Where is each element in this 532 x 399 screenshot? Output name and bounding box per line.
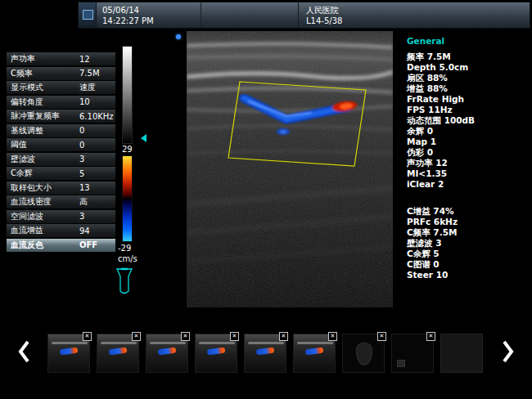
preset-title: General bbox=[407, 36, 513, 47]
datetime-cell: 05/06/14 14:22:27 PM bbox=[97, 2, 201, 28]
close-icon[interactable]: ✕ bbox=[230, 332, 239, 341]
param-row-acoustic-power[interactable]: 声功率12 bbox=[7, 52, 115, 65]
param-value: 高 bbox=[79, 196, 115, 208]
thumbnail-2[interactable]: ✕ bbox=[97, 334, 139, 373]
param-value: 3 bbox=[79, 155, 115, 164]
info-line: FPS 11Hz bbox=[407, 105, 513, 115]
param-row-color-invert[interactable]: 血流反色OFF bbox=[7, 239, 115, 252]
param-row-c-persistence[interactable]: C余辉5 bbox=[7, 167, 115, 180]
close-icon[interactable]: ✕ bbox=[377, 332, 386, 341]
thumbnail-image bbox=[199, 342, 235, 344]
param-label: 血流线密度 bbox=[7, 196, 79, 208]
velocity-min-label: -29 bbox=[118, 244, 131, 253]
param-value: OFF bbox=[79, 240, 115, 249]
info-line: C增益 74% bbox=[407, 206, 513, 217]
param-label: C余辉 bbox=[7, 168, 79, 179]
param-label: 阈值 bbox=[7, 139, 79, 150]
close-icon[interactable]: ✕ bbox=[83, 332, 92, 341]
thumbnail-8[interactable]: ✕ bbox=[391, 334, 434, 373]
close-icon[interactable]: ✕ bbox=[279, 332, 288, 341]
info-line: 伪彩 0 bbox=[407, 147, 513, 158]
param-row-packet-size[interactable]: 取样包大小13 bbox=[7, 182, 115, 195]
param-value: 速度 bbox=[79, 82, 115, 93]
focus-marker-icon bbox=[176, 34, 181, 39]
param-label: 声功率 bbox=[7, 53, 79, 65]
ultrasound-image[interactable] bbox=[187, 31, 393, 307]
info-line: Depth 5.0cm bbox=[407, 62, 513, 73]
velocity-unit-label: cm/s bbox=[118, 254, 138, 263]
param-value: 0 bbox=[79, 141, 115, 150]
param-row-prf[interactable]: 脉冲重复频率6.10KHz bbox=[7, 110, 115, 123]
prev-arrow-icon[interactable] bbox=[18, 340, 29, 366]
param-label: 血流增益 bbox=[7, 225, 79, 236]
topbar-spacer bbox=[201, 2, 298, 28]
param-row-color-gain[interactable]: 血流增益94 bbox=[7, 224, 115, 237]
close-icon[interactable]: ✕ bbox=[426, 332, 435, 341]
thumbnail-image bbox=[52, 342, 88, 344]
body-marker-icon bbox=[113, 267, 136, 298]
info-line: C频率 7.5M bbox=[407, 227, 513, 238]
param-row-baseline[interactable]: 基线调整0 bbox=[7, 124, 115, 137]
param-row-threshold[interactable]: 阈值0 bbox=[7, 138, 115, 151]
param-row-wall-filter[interactable]: 壁滤波3 bbox=[7, 153, 115, 166]
param-row-steer-angle[interactable]: 偏转角度10 bbox=[7, 96, 115, 109]
system-icon bbox=[79, 2, 97, 28]
ultrasound-render bbox=[187, 31, 393, 307]
thumbnail-1[interactable]: ✕ bbox=[47, 334, 90, 373]
thumbnail-6[interactable]: ✕ bbox=[293, 334, 336, 373]
thumbnail-4[interactable]: ✕ bbox=[195, 334, 237, 373]
param-value: 10 bbox=[79, 97, 115, 106]
thumbnail-flow bbox=[305, 347, 324, 356]
info-line: 增益 88% bbox=[407, 83, 513, 94]
info-line: C图谱 0 bbox=[407, 259, 513, 270]
probe-silhouette-icon bbox=[356, 343, 372, 365]
thumbnail-strip: ✕ ✕ ✕ ✕ ✕ ✕ ✕ bbox=[0, 327, 532, 379]
param-label: 壁滤波 bbox=[7, 154, 79, 165]
thumbnail-9[interactable] bbox=[440, 334, 483, 373]
thumbnail-image bbox=[150, 342, 186, 344]
next-arrow-icon[interactable] bbox=[503, 340, 514, 366]
info-line: PRFc 6kHz bbox=[407, 217, 513, 227]
info-line: 壁滤波 3 bbox=[407, 238, 513, 249]
param-label: 空间滤波 bbox=[7, 211, 79, 222]
date-text: 05/06/14 bbox=[102, 5, 195, 16]
param-label: C频率 bbox=[7, 68, 79, 79]
color-velocity-bar bbox=[122, 155, 133, 242]
param-value: 3 bbox=[79, 212, 115, 221]
grayscale-bar bbox=[122, 46, 133, 144]
gain-marker-icon bbox=[137, 134, 147, 142]
param-row-display-mode[interactable]: 显示模式速度 bbox=[7, 81, 115, 94]
info-line: MI<1.35 bbox=[407, 168, 513, 179]
hospital-name: 人民医院 bbox=[306, 5, 522, 16]
top-status-bar: 05/06/14 14:22:27 PM 人民医院 L14-5/38 bbox=[78, 2, 530, 29]
param-value: 12 bbox=[79, 55, 115, 64]
thumbnail-flow bbox=[256, 347, 275, 356]
close-icon[interactable]: ✕ bbox=[132, 332, 141, 341]
param-row-c-frequency[interactable]: C频率7.5M bbox=[7, 67, 115, 80]
thumbnail-5[interactable]: ✕ bbox=[244, 334, 286, 373]
color-info-block: C增益 74% PRFc 6kHz C频率 7.5M 壁滤波 3 C余辉 5 C… bbox=[407, 206, 513, 280]
param-label: 血流反色 bbox=[7, 240, 79, 251]
param-label: 基线调整 bbox=[7, 125, 79, 137]
time-text: 14:22:27 PM bbox=[102, 16, 195, 26]
info-line: Steer 10 bbox=[407, 270, 513, 280]
param-row-spatial-filter[interactable]: 空间滤波3 bbox=[7, 210, 115, 223]
thumbnail-image bbox=[101, 342, 137, 344]
close-icon[interactable]: ✕ bbox=[328, 332, 337, 341]
probe-model: L14-5/38 bbox=[306, 16, 522, 26]
param-row-line-density[interactable]: 血流线密度高 bbox=[7, 195, 115, 208]
param-label: 脉冲重复频率 bbox=[7, 110, 79, 122]
param-label: 显示模式 bbox=[7, 82, 79, 93]
thumbnail-image bbox=[297, 342, 333, 344]
close-icon[interactable]: ✕ bbox=[181, 332, 190, 341]
thumbnail-7[interactable]: ✕ bbox=[342, 334, 385, 373]
param-value: 0 bbox=[79, 126, 115, 135]
thumbnail-3[interactable]: ✕ bbox=[146, 334, 188, 373]
param-value: 5 bbox=[79, 169, 115, 178]
thumbnail-image bbox=[248, 342, 284, 344]
info-line: 频率 7.5M bbox=[407, 52, 513, 62]
small-glyph-icon bbox=[397, 360, 405, 367]
param-value: 94 bbox=[79, 226, 115, 235]
velocity-max-label: 29 bbox=[122, 145, 133, 154]
thumbnail-flow bbox=[158, 347, 177, 356]
